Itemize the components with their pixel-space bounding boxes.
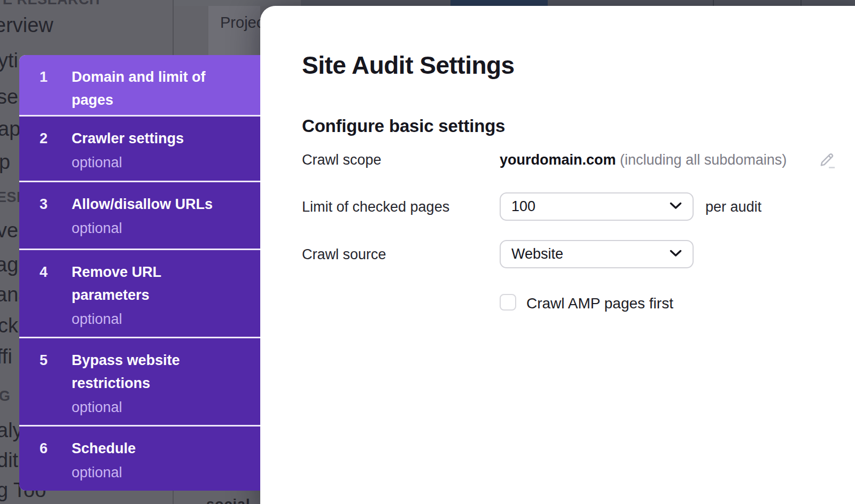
crawl-amp-checkbox[interactable] xyxy=(500,294,516,311)
crawl-scope-domain: yourdomain.com xyxy=(500,152,616,168)
background-nav-fragment: ffi xyxy=(0,345,12,368)
wizard-step-5[interactable]: 5Bypass website restrictionsoptional xyxy=(19,338,260,425)
wizard-steps-sidebar: 1Domain and limit of pages2Crawler setti… xyxy=(19,55,260,491)
step-number: 6 xyxy=(40,437,72,491)
limit-of-checked-pages-label: Limit of checked pages xyxy=(302,199,449,215)
step-optional-label: optional xyxy=(72,152,255,173)
chevron-down-icon xyxy=(670,250,682,259)
limit-select-value: 100 xyxy=(511,198,535,215)
step-number: 5 xyxy=(40,349,72,425)
background-nav-fragment: G xyxy=(0,388,11,405)
step-title: Allow/disallow URLs xyxy=(72,193,255,216)
wizard-step-1[interactable]: 1Domain and limit of pages xyxy=(19,55,260,115)
step-optional-label: optional xyxy=(72,397,255,418)
per-audit-suffix: per audit xyxy=(705,199,761,215)
wizard-step-4[interactable]: 4Remove URL parametersoptional xyxy=(19,250,260,337)
wizard-step-3[interactable]: 3Allow/disallow URLsoptional xyxy=(19,182,260,249)
step-title: Bypass website restrictions xyxy=(72,349,255,395)
crawl-scope-label: Crawl scope xyxy=(302,152,382,168)
step-number: 3 xyxy=(40,193,72,249)
step-optional-label: optional xyxy=(72,308,255,330)
background-projects-label: Projec xyxy=(220,14,264,32)
step-number: 1 xyxy=(40,66,72,115)
background-nav-fragment: erview xyxy=(0,14,53,37)
limit-of-checked-pages-select[interactable]: 100 xyxy=(500,192,694,221)
edit-pencil-icon[interactable] xyxy=(819,150,837,169)
background-top-bar-separator xyxy=(713,0,714,6)
background-top-bar-active-segment xyxy=(450,0,548,6)
step-optional-label: optional xyxy=(72,218,255,239)
background-top-bar-separator xyxy=(800,0,802,6)
crawl-scope-value: yourdomain.com (including all subdomains… xyxy=(500,152,787,168)
background-nav-fragment: dit xyxy=(0,449,18,472)
crawl-source-select[interactable]: Website xyxy=(500,240,694,268)
site-audit-settings-modal: Site Audit Settings Configure basic sett… xyxy=(260,6,855,504)
crawl-source-value: Website xyxy=(511,246,563,262)
step-number: 4 xyxy=(40,261,72,337)
step-title: Remove URL parameters xyxy=(72,261,255,307)
background-text-fragment: social xyxy=(206,498,260,504)
crawl-source-label: Crawl source xyxy=(302,246,386,263)
background-nav-fragment: p xyxy=(0,151,10,174)
background-nav-fragment: ck xyxy=(0,314,18,337)
step-title: Schedule xyxy=(72,437,255,460)
step-number: 2 xyxy=(40,127,72,181)
chevron-down-icon xyxy=(670,202,682,212)
background-nav-fragment: E RESEARCH xyxy=(3,0,100,8)
wizard-step-2[interactable]: 2Crawler settingsoptional xyxy=(19,117,260,181)
crawl-scope-note: (including all subdomains) xyxy=(620,152,787,168)
step-title: Domain and limit of pages xyxy=(72,66,255,112)
screen: E RESEARCHerviewytiseaappESEveragianackf… xyxy=(0,0,855,504)
background-nav-fragment: ap xyxy=(0,118,20,141)
step-optional-label: optional xyxy=(72,462,255,483)
modal-title: Site Audit Settings xyxy=(302,51,515,80)
wizard-step-6[interactable]: 6Scheduleoptional xyxy=(19,427,260,491)
section-heading: Configure basic settings xyxy=(302,116,505,136)
crawl-amp-label: Crawl AMP pages first xyxy=(526,295,673,312)
step-title: Crawler settings xyxy=(72,127,255,150)
background-nav-fragment: yti xyxy=(0,49,18,72)
background-top-bar-light-segment xyxy=(173,0,301,6)
